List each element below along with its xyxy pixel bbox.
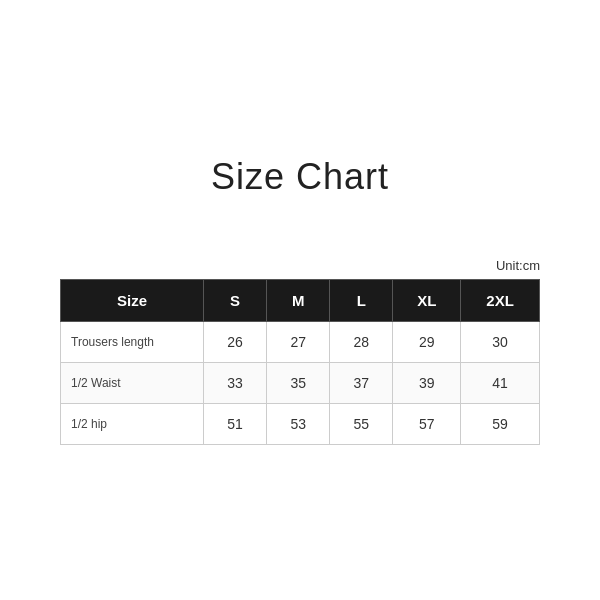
- cell-r0-c2: 28: [330, 321, 393, 362]
- col-size-header-l: L: [330, 279, 393, 321]
- row-label-2: 1/2 hip: [61, 403, 204, 444]
- cell-r0-c0: 26: [203, 321, 266, 362]
- col-size-header-2xl: 2XL: [461, 279, 540, 321]
- cell-r2-c2: 55: [330, 403, 393, 444]
- table-row: 1/2 hip5153555759: [61, 403, 540, 444]
- cell-r2-c1: 53: [267, 403, 330, 444]
- table-row: Trousers length2627282930: [61, 321, 540, 362]
- table-row: 1/2 Waist3335373941: [61, 362, 540, 403]
- cell-r1-c3: 39: [393, 362, 461, 403]
- col-size-header-xl: XL: [393, 279, 461, 321]
- cell-r2-c0: 51: [203, 403, 266, 444]
- cell-r2-c3: 57: [393, 403, 461, 444]
- cell-r1-c1: 35: [267, 362, 330, 403]
- unit-label: Unit:cm: [496, 258, 540, 273]
- cell-r0-c4: 30: [461, 321, 540, 362]
- page-title: Size Chart: [211, 156, 389, 198]
- cell-r0-c3: 29: [393, 321, 461, 362]
- cell-r1-c0: 33: [203, 362, 266, 403]
- col-size-header-m: M: [267, 279, 330, 321]
- col-size-header-s: S: [203, 279, 266, 321]
- table-body: Trousers length26272829301/2 Waist333537…: [61, 321, 540, 444]
- cell-r1-c2: 37: [330, 362, 393, 403]
- col-label-header: Size: [61, 279, 204, 321]
- table-header-row: SizeSMLXL2XL: [61, 279, 540, 321]
- cell-r1-c4: 41: [461, 362, 540, 403]
- cell-r2-c4: 59: [461, 403, 540, 444]
- row-label-0: Trousers length: [61, 321, 204, 362]
- row-label-1: 1/2 Waist: [61, 362, 204, 403]
- size-chart-table: SizeSMLXL2XL Trousers length26272829301/…: [60, 279, 540, 445]
- cell-r0-c1: 27: [267, 321, 330, 362]
